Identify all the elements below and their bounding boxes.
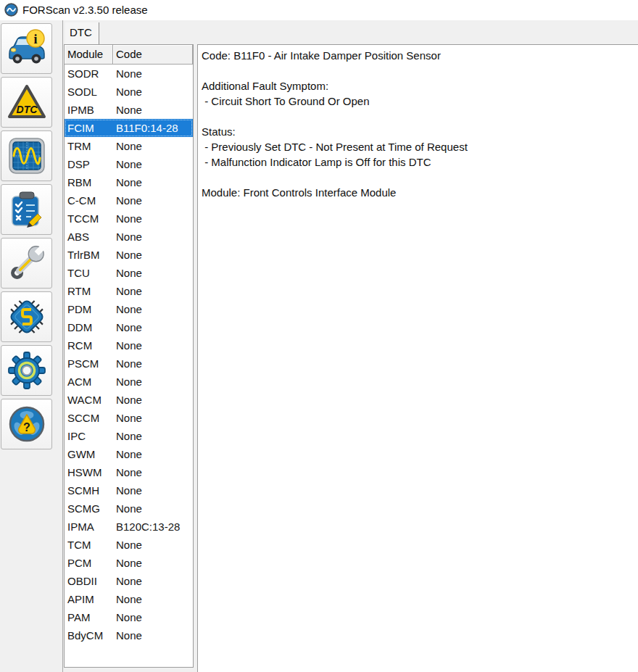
dtc-code: None <box>113 228 193 246</box>
module-row[interactable]: PCM None <box>65 554 193 572</box>
module-row[interactable]: APIM None <box>65 590 193 608</box>
dtc-module-table: Module Code SODR None SODL None IPMB Non… <box>64 44 194 668</box>
module-row[interactable]: SCMH None <box>65 481 193 499</box>
module-name: RTM <box>65 282 113 300</box>
module-name: TRM <box>65 137 113 155</box>
sidebar-button-vehicle-info[interactable]: i <box>1 23 52 74</box>
svg-text:DTC: DTC <box>16 104 38 115</box>
module-row[interactable]: ABS None <box>65 228 193 246</box>
dtc-code: None <box>113 445 193 463</box>
module-name: DSP <box>65 155 113 173</box>
module-row[interactable]: OBDII None <box>65 572 193 590</box>
dtc-code: None <box>113 173 193 191</box>
dtc-code: None <box>113 101 193 119</box>
module-row[interactable]: SCCM None <box>65 409 193 427</box>
detail-line: Module: Front Controls Interface Module <box>202 185 632 200</box>
detail-line: - Previously Set DTC - Not Present at Ti… <box>202 139 632 154</box>
module-name: BdyCM <box>65 626 113 644</box>
module-row[interactable]: ACM None <box>65 373 193 391</box>
module-row[interactable]: PAM None <box>65 608 193 626</box>
dtc-code: None <box>113 83 193 101</box>
dtc-code: None <box>113 427 193 445</box>
module-row[interactable]: PSCM None <box>65 354 193 373</box>
module-name: TrlrBM <box>65 246 113 264</box>
column-header-code[interactable]: Code <box>113 45 193 65</box>
module-row[interactable]: RTM None <box>65 282 193 300</box>
sidebar: i DTC <box>0 20 63 672</box>
module-name: DDM <box>65 318 113 336</box>
module-row[interactable]: WACM None <box>65 391 193 409</box>
module-name: SCMH <box>65 481 113 499</box>
dtc-code: None <box>113 626 193 644</box>
dtc-code: None <box>113 210 193 228</box>
module-name: RCM <box>65 336 113 354</box>
module-name: HSWM <box>65 463 113 481</box>
dtc-code: None <box>113 572 193 590</box>
dtc-code: None <box>113 65 193 83</box>
module-row[interactable]: FCIM B11F0:14-28 <box>65 119 193 137</box>
module-row[interactable]: IPMA B120C:13-28 <box>65 518 193 536</box>
module-row[interactable]: HSWM None <box>65 463 193 481</box>
module-row[interactable]: TCU None <box>65 264 193 282</box>
table-header: Module Code <box>65 45 193 65</box>
module-row[interactable]: TRM None <box>65 137 193 155</box>
column-header-module[interactable]: Module <box>65 45 113 65</box>
module-row[interactable]: DSP None <box>65 155 193 173</box>
module-row[interactable]: GWM None <box>65 445 193 463</box>
module-row[interactable]: TCM None <box>65 536 193 554</box>
module-name: TCCM <box>65 210 113 228</box>
dtc-code: B120C:13-28 <box>113 518 193 536</box>
chip-icon <box>7 297 46 336</box>
module-row[interactable]: PDM None <box>65 300 193 318</box>
module-row[interactable]: IPMB None <box>65 101 193 119</box>
sidebar-button-configuration[interactable] <box>1 291 52 342</box>
forscan-logo-icon <box>4 3 18 17</box>
detail-line: Status: <box>202 124 632 139</box>
sidebar-button-oscilloscope[interactable] <box>1 130 52 181</box>
module-name: PDM <box>65 300 113 318</box>
dtc-code: None <box>113 155 193 173</box>
sidebar-button-dtc[interactable]: DTC <box>1 77 52 128</box>
module-name: RBM <box>65 173 113 191</box>
module-row[interactable]: TCCM None <box>65 210 193 228</box>
module-row[interactable]: BdyCM None <box>65 626 193 644</box>
detail-line <box>202 170 632 185</box>
dtc-code: None <box>113 590 193 608</box>
gear-icon <box>7 351 46 390</box>
dtc-code: None <box>113 373 193 391</box>
detail-line <box>202 63 632 78</box>
sidebar-button-service[interactable] <box>1 238 52 289</box>
sidebar-button-tests[interactable] <box>1 184 52 235</box>
module-row[interactable]: SODL None <box>65 83 193 101</box>
dtc-code: None <box>113 282 193 300</box>
checklist-icon <box>7 190 46 229</box>
dtc-code: None <box>113 481 193 499</box>
module-name: IPC <box>65 427 113 445</box>
module-row[interactable]: SODR None <box>65 65 193 83</box>
sidebar-button-help[interactable]: ? <box>1 399 52 449</box>
dtc-code: None <box>113 246 193 264</box>
module-row[interactable]: TrlrBM None <box>65 246 193 264</box>
svg-text:?: ? <box>23 421 30 434</box>
tab-strip: DTC <box>64 20 638 44</box>
detail-line: - Circuit Short To Ground Or Open <box>202 94 632 109</box>
dtc-code: None <box>113 354 193 373</box>
window-title: FORScan v2.3.50 release <box>22 4 148 16</box>
module-row[interactable]: RBM None <box>65 173 193 191</box>
module-name: WACM <box>65 391 113 409</box>
module-name: ABS <box>65 228 113 246</box>
module-row[interactable]: RCM None <box>65 336 193 354</box>
dtc-code: B11F0:14-28 <box>113 119 193 137</box>
detail-line: - Malfunction Indicator Lamp is Off for … <box>202 154 632 170</box>
detail-line: Additional Fault Symptom: <box>202 78 632 94</box>
module-name: IPMA <box>65 518 113 536</box>
tab-dtc[interactable]: DTC <box>65 22 99 44</box>
dtc-code: None <box>113 608 193 626</box>
module-row[interactable]: DDM None <box>65 318 193 336</box>
module-row[interactable]: IPC None <box>65 427 193 445</box>
detail-line: Code: B11F0 - Air Intake Damper Position… <box>202 48 632 63</box>
module-row[interactable]: SCMG None <box>65 499 193 518</box>
sidebar-button-settings[interactable] <box>1 345 52 396</box>
module-row[interactable]: C-CM None <box>65 191 193 210</box>
module-name: PAM <box>65 608 113 626</box>
